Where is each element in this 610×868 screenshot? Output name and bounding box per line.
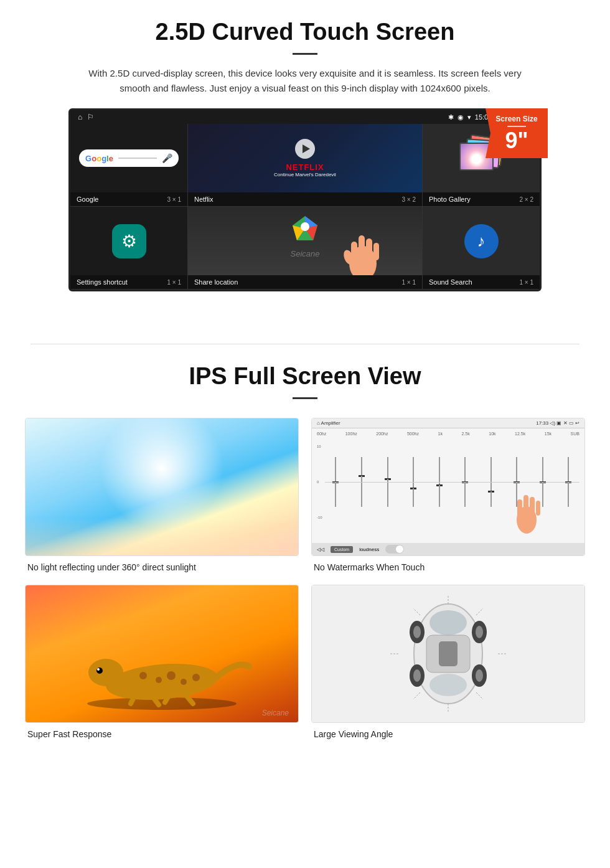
- settings-size: 1 × 1: [167, 279, 181, 286]
- ips-item-equalizer: ⌂ Amplifier 17:33 ◁) ▣ ✕ ▭ ↩ 60hz100hz20…: [311, 418, 585, 572]
- svg-line-43: [413, 608, 420, 615]
- hand-touch-indicator: [341, 217, 385, 275]
- svg-rect-12: [523, 495, 528, 517]
- caption-sunlight: No light reflecting under 360° direct su…: [25, 562, 299, 572]
- svg-rect-30: [439, 641, 458, 666]
- app-cell-share-location[interactable]: Share location 1 × 1: [188, 207, 423, 289]
- sunlight-visual: [26, 418, 298, 555]
- device-mockup-container: Screen Size 9" ⌂ ⚐ ✱ ◉ ▾ 15:06 ▣ ◁) ✕: [68, 108, 542, 291]
- svg-rect-14: [517, 499, 522, 517]
- ips-img-cheetah: Seicane: [25, 585, 299, 723]
- app-cell-sound-search[interactable]: ♪ Sound Search 1 × 1: [423, 207, 540, 289]
- caption-car: Large Viewing Angle: [311, 729, 585, 739]
- ips-img-car: [311, 585, 585, 723]
- netflix-subtitle: Continue Marvel's Daredevil: [274, 172, 336, 177]
- app-row-1: Google 🎤 Google 3 × 1: [70, 124, 540, 207]
- sound-size: 1 × 1: [519, 279, 533, 286]
- eq-loudness-label: loudness: [359, 547, 379, 552]
- equalizer-visual: ⌂ Amplifier 17:33 ◁) ▣ ✕ ▭ ↩ 60hz100hz20…: [312, 418, 584, 555]
- caption-equalizer: No Watermarks When Touch: [311, 562, 585, 572]
- settings-bg: ⚙: [70, 207, 187, 275]
- ips-item-cheetah: Seicane Super Fast Response: [25, 585, 299, 739]
- svg-line-45: [413, 692, 420, 699]
- section2-ips: IPS Full Screen View No light reflecting…: [0, 363, 610, 764]
- section1-description: With 2.5D curved-display screen, this de…: [87, 66, 523, 96]
- google-mic-icon: 🎤: [162, 153, 172, 163]
- app-cell-settings[interactable]: ⚙ Settings shortcut 1 × 1: [70, 207, 188, 289]
- svg-point-35: [413, 626, 421, 638]
- maps-svg: [289, 213, 321, 244]
- svg-rect-7: [366, 238, 372, 261]
- wifi-icon: ▾: [467, 113, 471, 121]
- gear-icon: ⚙: [121, 231, 137, 252]
- svg-line-44: [476, 608, 483, 615]
- share-location-label: Share location: [194, 278, 238, 286]
- sound-search-label: Sound Search: [429, 278, 472, 286]
- eq-custom-btn: Custom: [331, 546, 353, 553]
- photo-label: Photo Gallery: [429, 196, 471, 203]
- eq-y-axis: 10 0 -10: [317, 445, 322, 519]
- settings-label-bar: Settings shortcut 1 × 1: [70, 275, 187, 289]
- app-row-2: ⚙ Settings shortcut 1 × 1: [70, 207, 540, 290]
- settings-icon-wrap: ⚙: [112, 224, 146, 258]
- app-cell-netflix[interactable]: NETFLIX Continue Marvel's Daredevil Netf…: [188, 124, 423, 206]
- svg-rect-6: [359, 235, 365, 260]
- svg-point-36: [476, 626, 483, 638]
- section1-divider: [293, 53, 317, 55]
- svg-point-17: [105, 659, 219, 704]
- svg-rect-13: [530, 497, 535, 517]
- svg-point-37: [413, 669, 421, 682]
- eq-hand: [511, 486, 542, 538]
- section1-title: 2.5D Curved Touch Screen: [37, 19, 573, 45]
- app-cell-google[interactable]: Google 🎤 Google 3 × 1: [70, 124, 188, 206]
- settings-label: Settings shortcut: [77, 278, 128, 286]
- car-top-svg: [386, 592, 510, 716]
- photo-size: 2 × 2: [519, 196, 533, 203]
- svg-point-19: [139, 672, 147, 679]
- google-label: Google: [77, 196, 98, 203]
- ips-img-sunlight: [25, 418, 299, 556]
- status-left: ⌂ ⚐: [78, 113, 94, 121]
- cheetah-svg: [62, 635, 261, 710]
- eq-bars-area: 10 0 -10: [317, 438, 580, 526]
- home-icon: ⌂: [78, 113, 82, 121]
- maps-icon: [289, 213, 321, 247]
- hand-svg: [341, 217, 385, 275]
- screen-size-badge: Screen Size 9": [486, 108, 548, 158]
- svg-point-22: [181, 679, 187, 685]
- device-screen: ⌂ ⚐ ✱ ◉ ▾ 15:06 ▣ ◁) ✕ ▭: [68, 108, 542, 291]
- netflix-label-bar: Netflix 3 × 2: [188, 192, 422, 206]
- svg-point-24: [96, 668, 103, 674]
- cheetah-watermark: Seicane: [262, 709, 289, 717]
- svg-point-23: [192, 674, 200, 681]
- svg-point-20: [156, 677, 162, 683]
- sound-bg: ♪: [423, 207, 540, 275]
- netflix-bg: NETFLIX Continue Marvel's Daredevil: [188, 124, 422, 192]
- screen-size-value: 9": [494, 130, 539, 152]
- location-icon: ◉: [458, 113, 464, 121]
- app-grid: Google 🎤 Google 3 × 1: [70, 124, 540, 290]
- car-visual: [312, 585, 584, 722]
- watermark-1: Seicane: [291, 249, 320, 258]
- eq-topbar: ⌂ Amplifier 17:33 ◁) ▣ ✕ ▭ ↩: [312, 418, 584, 428]
- svg-line-46: [476, 692, 483, 699]
- svg-point-4: [301, 222, 309, 231]
- eq-time: 17:33 ◁) ▣ ✕ ▭ ↩: [536, 420, 580, 426]
- eq-bars-container: [325, 445, 580, 519]
- section1-curved-touch: 2.5D Curved Touch Screen With 2.5D curve…: [0, 0, 610, 306]
- eq-screen: ⌂ Amplifier 17:33 ◁) ▣ ✕ ▭ ↩ 60hz100hz20…: [312, 418, 584, 555]
- page-divider: [30, 344, 580, 344]
- svg-point-27: [429, 610, 467, 635]
- svg-point-25: [97, 668, 100, 671]
- ips-item-car: Large Viewing Angle: [311, 585, 585, 739]
- sun-ray: [100, 418, 224, 531]
- usb-icon: ⚐: [87, 113, 94, 121]
- eq-bottom-bar: ◁◁ Custom loudness: [312, 543, 584, 555]
- status-bar: ⌂ ⚐ ✱ ◉ ▾ 15:06 ▣ ◁) ✕ ▭: [70, 110, 540, 124]
- google-size: 3 × 1: [167, 196, 181, 203]
- ips-img-equalizer: ⌂ Amplifier 17:33 ◁) ▣ ✕ ▭ ↩ 60hz100hz20…: [311, 418, 585, 556]
- eq-nav: ◁◁: [317, 547, 324, 552]
- share-location-thumb: [188, 207, 422, 275]
- photo-label-bar: Photo Gallery 2 × 2: [423, 192, 540, 206]
- google-thumb: Google 🎤: [70, 124, 187, 192]
